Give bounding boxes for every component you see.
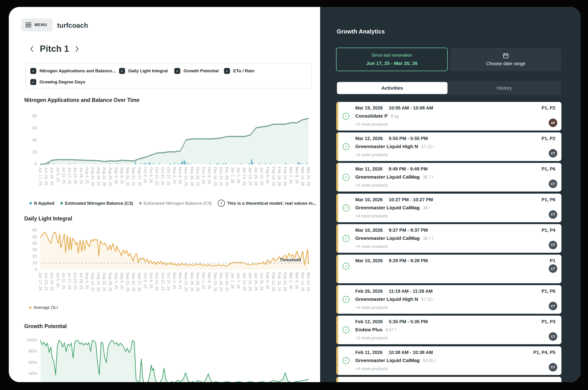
x-tick-label: Sep 9, 25 <box>120 272 124 289</box>
activity-date: Feb 26, 2026 <box>355 289 383 294</box>
analytics-title: Growth Analytics <box>337 28 385 35</box>
growth-analytics-panel: Growth Analytics Since last renovation J… <box>320 7 581 382</box>
menu-button-label: MENU <box>34 23 47 27</box>
x-tick-label: Jan 31, 26 <box>260 167 264 186</box>
x-tick-label: Oct 15, 25 <box>155 272 159 291</box>
activity-card[interactable] <box>336 377 561 382</box>
pitch-prev-button[interactable] <box>29 45 34 53</box>
activity-card[interactable]: ✓Mar 19, 202610:05 AM - 10:08 AMP1, P2Co… <box>336 102 561 131</box>
activity-time: 10:05 AM - 10:08 AM <box>389 105 433 111</box>
y-tick-label: 20 <box>18 150 37 154</box>
x-tick-label: Sep 27, 25 <box>138 272 142 292</box>
activity-time: 10:38 AM - 10:38 AM <box>388 350 433 355</box>
checkbox-checked-icon: ✓ <box>224 68 230 74</box>
filter-checkbox-4[interactable]: ✓ETo / Rain <box>224 68 254 74</box>
app-window: MENU turfcoach Pitch 1 ✓Nitrogen Applica… <box>9 7 581 382</box>
x-tick-label: Feb 24, 26 <box>283 167 287 186</box>
x-tick-label: Jun 23, 25 <box>44 272 48 291</box>
activity-product: Greenmaster Liquid CalMag <box>355 205 420 210</box>
activity-card[interactable]: ✓Feb 26, 202611:19 AM - 11:26 AMP1, P6Gr… <box>336 285 561 314</box>
x-tick-label: Jun 29, 25 <box>50 272 54 291</box>
x-tick-label: Oct 9, 25 <box>149 272 153 289</box>
since-last-renovation-button[interactable]: Since last renovation Jun 17, 25 - Mar 2… <box>336 48 448 71</box>
x-tick-label: Dec 20, 25 <box>219 167 223 186</box>
orange-dot-icon <box>29 307 31 309</box>
y-tick-label: 100% <box>18 338 37 343</box>
activity-card[interactable]: ✓Feb 11, 202610:38 AM - 10:38 AMP1, P4, … <box>336 346 561 375</box>
card-accent-stripe <box>336 316 338 344</box>
x-tick-label: Jan 13, 26 <box>242 167 247 186</box>
x-tick-label: Jun 17, 25 <box>38 272 43 291</box>
activity-time: 9:28 PM - 9:28 PM <box>389 258 428 263</box>
activity-product-row: Greenmaster Liquid CalMag35.7 l <box>355 174 433 180</box>
card-accent-stripe <box>336 377 338 382</box>
x-tick-label: Sep 15, 25 <box>126 167 130 186</box>
tab-activities[interactable]: Activities <box>337 82 447 94</box>
avatar: CT <box>549 241 557 249</box>
activity-quantity: 53.55 l <box>423 358 435 363</box>
activity-datetime: Mar 11, 20269:49 PM - 9:49 PM <box>355 166 428 172</box>
x-tick-label: Nov 20, 25 <box>190 167 194 186</box>
avatar: CT <box>549 180 557 188</box>
info-icon[interactable]: i <box>218 200 225 207</box>
activity-time: 5:35 PM - 5:35 PM <box>389 319 428 324</box>
y-tick-label: 40 <box>18 138 37 143</box>
activity-card[interactable]: ✓Mar 10, 202610:27 PM - 10:27 PMP1, P6Gr… <box>336 194 561 222</box>
x-tick-label: Dec 2, 25 <box>202 167 206 184</box>
activity-card[interactable]: ✓Mar 11, 20269:49 PM - 9:49 PMP1, P6Gree… <box>336 163 561 192</box>
y-tick-label: 0 <box>18 162 37 167</box>
pitch-title: Pitch 1 <box>40 44 69 54</box>
activity-quantity: 8.57 l <box>386 328 396 333</box>
menu-button[interactable]: MENU <box>21 18 53 31</box>
y-tick-label: 80% <box>18 349 37 354</box>
filter-checkbox-2[interactable]: ✓Daily Light Integral <box>119 68 168 74</box>
activity-card[interactable]: ✓Feb 12, 20265:35 PM - 5:35 PMP1, P3Ende… <box>336 316 561 344</box>
activity-more-products: +4 more products <box>355 214 388 219</box>
activity-product-row: Greenmaster Liquid CalMag35.7 l <box>355 236 433 241</box>
activity-card[interactable]: ✓Mar 12, 20265:55 PM - 5:55 PMP1, P2Gree… <box>336 132 561 161</box>
avatar: AF <box>549 119 557 127</box>
activity-pitches: P1, P4, P5 <box>533 350 555 355</box>
x-tick-label: Sep 3, 25 <box>114 272 118 289</box>
x-tick-label: Feb 6, 26 <box>266 272 270 289</box>
check-circle-icon: ✓ <box>343 235 349 242</box>
card-accent-stripe <box>336 224 338 253</box>
x-tick-label: Dec 8, 25 <box>207 167 212 184</box>
activity-card[interactable]: ✓Mar 10, 20269:37 PM - 9:37 PMP1, P4Gree… <box>336 224 561 253</box>
activity-quantity: 8 kg <box>391 114 399 119</box>
x-tick-label: Nov 2, 25 <box>172 167 177 184</box>
growth-potential-chart <box>41 340 309 382</box>
x-tick-label: Dec 20, 25 <box>219 272 223 292</box>
filter-checkbox-3[interactable]: ✓Growth Potential <box>174 68 219 74</box>
y-tick-label: 60% <box>18 360 37 365</box>
activity-card[interactable]: ✓Mar 10, 20269:28 PM - 9:28 PMP1CT <box>336 255 561 283</box>
x-tick-label: Jul 5, 25 <box>56 167 60 182</box>
x-tick-label: Nov 26, 25 <box>196 167 200 186</box>
x-tick-label: Oct 3, 25 <box>143 272 148 289</box>
avatar: CT <box>549 210 557 219</box>
date-button-label: Choose date range <box>486 61 525 66</box>
x-tick-label: Mar 8, 26 <box>295 272 299 289</box>
choose-date-range-button[interactable]: Choose date range <box>450 48 561 71</box>
pitch-next-button[interactable] <box>75 45 80 53</box>
activity-quantity: 57.12 l <box>421 145 434 149</box>
x-tick-label: Jul 29, 25 <box>79 272 83 290</box>
filter-label: Nitrogen Applications and Balance... <box>40 68 116 73</box>
x-tick-label: Sep 27, 25 <box>138 167 142 186</box>
hamburger-icon <box>25 23 31 28</box>
avatar: CT <box>549 302 557 310</box>
chart-title-nitrogen: Nitrogen Applications and Balance Over T… <box>24 97 139 103</box>
x-tick-label: Jan 19, 26 <box>248 167 252 186</box>
x-tick-label: Jan 25, 26 <box>254 167 258 186</box>
chart-title-dli: Daily Light Integral <box>24 216 72 222</box>
activity-time: 9:37 PM - 9:37 PM <box>389 228 428 233</box>
x-tick-label: Mar 14, 26 <box>301 272 305 291</box>
x-tick-label: Aug 4, 25 <box>85 272 89 289</box>
activity-pitches: P1, P3 <box>541 319 555 324</box>
filter-checkbox-1[interactable]: ✓Nitrogen Applications and Balance... <box>30 68 116 74</box>
filter-checkbox-5[interactable]: ✓Growing Degree Days <box>30 79 85 85</box>
check-circle-icon: ✓ <box>343 357 349 364</box>
activity-product-row: Greenmaster Liquid CalMag53.55 l <box>355 358 435 363</box>
x-tick-label: Jul 17, 25 <box>67 167 72 184</box>
tab-history[interactable]: History <box>448 81 560 95</box>
